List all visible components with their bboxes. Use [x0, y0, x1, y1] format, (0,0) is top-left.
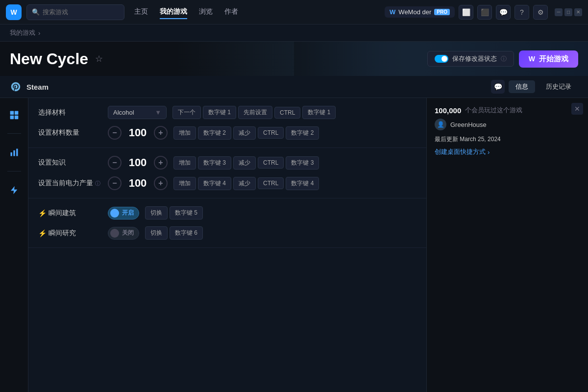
kb-numkey1-prev[interactable]: 数字键 1	[302, 106, 336, 119]
nav-my-games[interactable]: 我的游戏	[160, 5, 187, 19]
tab-history[interactable]: 历史记录	[539, 80, 578, 93]
breadcrumb-parent[interactable]: 我的游戏	[10, 28, 35, 37]
section-instant-inner: ⚡ 瞬间建筑 开启 切换 数字键 5 ⚡ 瞬	[28, 198, 426, 247]
profile-btn[interactable]: ⬜	[459, 5, 473, 20]
instant-research-toggle[interactable]: 关闭	[108, 227, 139, 240]
section-materials-inner: 选择材料 Alcohol ▼ 下一个 数字键 1 先前设置 CTRL 数字键 1	[28, 98, 426, 147]
tab-info[interactable]: 信息	[509, 80, 535, 93]
favorite-icon[interactable]: ☆	[95, 53, 103, 64]
sidebar-icon-stats[interactable]	[5, 144, 23, 161]
material-count-plus[interactable]: +	[154, 126, 168, 140]
search-input[interactable]	[43, 8, 111, 16]
cheat-row-material-count: 设置材料数量 − 100 + 增加 数字键 2 减少 CTRL 数字键 2	[38, 126, 416, 140]
left-sidebar	[0, 98, 28, 392]
kb-numkey5[interactable]: 数字键 5	[170, 206, 203, 220]
kb-numkey2-dec[interactable]: 数字键 2	[286, 126, 319, 140]
toggle-label-research: 关闭	[122, 229, 134, 237]
save-status-btn[interactable]: 保存修改器状态 ⓘ	[427, 51, 514, 67]
svg-rect-2	[10, 116, 14, 120]
kb-numkey3-inc[interactable]: 数字键 3	[198, 156, 231, 170]
close-panel-btn[interactable]: ✕	[571, 103, 583, 115]
platform-row: Steam 💬 信息 历史记录	[0, 76, 588, 98]
main-nav: 主页 我的游戏 浏览 作者	[134, 5, 238, 19]
win-maximize[interactable]: □	[564, 8, 572, 16]
chat-icon[interactable]: 💬	[491, 80, 505, 94]
stat-desc: 个会员玩过这个游戏	[465, 106, 522, 115]
kb-dec-power[interactable]: 减少	[233, 177, 256, 190]
material-dropdown[interactable]: Alcohol ▼	[108, 106, 167, 119]
section-knowledge: 设置知识 − 100 + 增加 数字键 3 减少 CTRL 数字键 3	[28, 148, 426, 198]
cheat-row-instant-build: ⚡ 瞬间建筑 开启 切换 数字键 5	[38, 206, 416, 220]
kb-ctrl-material[interactable]: CTRL	[258, 127, 284, 139]
nav-author[interactable]: 作者	[224, 5, 238, 19]
kb-numkey2-inc[interactable]: 数字键 2	[198, 126, 231, 140]
kb-toggle-build[interactable]: 切换	[145, 206, 168, 220]
hero: New Cycle ☆ 保存修改器状态 ⓘ W 开始游戏	[0, 42, 588, 76]
power-value: 100	[125, 177, 150, 190]
hero-actions: 保存修改器状态 ⓘ W 开始游戏	[427, 50, 578, 68]
instant-research-label: ⚡ 瞬间研究	[38, 229, 102, 238]
toggle-dot-build	[110, 209, 119, 218]
knowledge-plus[interactable]: +	[154, 156, 168, 170]
shortcut-link[interactable]: 创建桌面快捷方式 ›	[435, 147, 580, 156]
keybinds-knowledge: 增加 数字键 3 减少 CTRL 数字键 3	[173, 156, 319, 170]
kb-numkey1-next[interactable]: 数字键 1	[203, 106, 236, 119]
titlebar-right: W WeMod der PRO ⬜ ⬛ 💬 ? ⚙ ─ □ ✕	[385, 5, 582, 20]
power-info-icon[interactable]: ⓘ	[95, 180, 100, 187]
kb-ctrl-power[interactable]: CTRL	[258, 177, 284, 189]
material-count-label: 设置材料数量	[38, 128, 102, 137]
discord-btn[interactable]: 💬	[496, 5, 511, 20]
platform-tabs: 💬 信息 历史记录	[491, 80, 578, 94]
start-label: 开始游戏	[539, 54, 568, 64]
instant-build-toggle[interactable]: 开启	[108, 207, 139, 220]
lightning-icon-research: ⚡	[38, 229, 47, 237]
section-knowledge-inner: 设置知识 − 100 + 增加 数字键 3 减少 CTRL 数字键 3	[28, 148, 426, 198]
nav-home[interactable]: 主页	[134, 5, 148, 19]
dropdown-value: Alcohol	[113, 109, 134, 116]
kb-numkey4-dec[interactable]: 数字键 4	[286, 177, 319, 190]
svg-rect-3	[14, 116, 18, 120]
kb-ctrl-knowledge[interactable]: CTRL	[258, 157, 284, 169]
breadcrumb: 我的游戏 ›	[0, 24, 588, 42]
select-material-label: 选择材料	[38, 108, 102, 117]
shortcut-label: 创建桌面快捷方式	[435, 147, 486, 156]
kb-dec-knowledge[interactable]: 减少	[233, 156, 256, 170]
update-date: March 25, 2024	[460, 136, 500, 143]
kb-numkey6[interactable]: 数字键 6	[170, 226, 203, 240]
settings-btn[interactable]: ⚙	[533, 5, 548, 20]
kb-numkey4-inc[interactable]: 数字键 4	[198, 177, 231, 190]
keybinds-material-count: 增加 数字键 2 减少 CTRL 数字键 2	[173, 126, 319, 140]
chevron-down-icon: ▼	[155, 109, 161, 116]
kb-prev-setting[interactable]: 先前设置	[238, 106, 272, 119]
kb-toggle-research[interactable]: 切换	[145, 226, 168, 240]
knowledge-minus[interactable]: −	[108, 156, 122, 170]
win-minimize[interactable]: ─	[555, 8, 563, 16]
power-plus[interactable]: +	[154, 176, 168, 190]
info-icon: ⓘ	[501, 55, 507, 63]
search-box[interactable]: 🔍	[26, 4, 124, 20]
sidebar-icon-materials[interactable]	[5, 106, 23, 123]
kb-inc-power[interactable]: 增加	[173, 177, 196, 190]
stat-line: 100,000 个会员玩过这个游戏	[435, 106, 580, 115]
window-controls: ─ □ ✕	[555, 8, 582, 16]
kb-dec-material[interactable]: 减少	[233, 126, 256, 140]
material-count-minus[interactable]: −	[108, 126, 122, 140]
start-game-btn[interactable]: W 开始游戏	[519, 50, 578, 68]
win-close[interactable]: ✕	[574, 8, 582, 16]
kb-inc-knowledge[interactable]: 增加	[173, 156, 196, 170]
breadcrumb-sep: ›	[38, 29, 40, 37]
kb-next[interactable]: 下一个	[172, 106, 201, 119]
material-count-control: − 100 +	[108, 126, 168, 140]
sidebar-icon-instant[interactable]	[5, 181, 23, 199]
nav-browse[interactable]: 浏览	[199, 5, 213, 19]
kb-ctrl[interactable]: CTRL	[274, 107, 300, 119]
knowledge-control: − 100 +	[108, 156, 168, 170]
kb-inc-material[interactable]: 增加	[173, 126, 196, 140]
kb-numkey3-dec[interactable]: 数字键 3	[286, 156, 319, 170]
power-minus[interactable]: −	[108, 176, 122, 190]
knowledge-value: 100	[125, 156, 150, 169]
help-btn[interactable]: ?	[514, 5, 529, 20]
lightning-icon-build: ⚡	[38, 209, 47, 217]
minimize-btn[interactable]: ⬛	[477, 5, 492, 20]
user-icon: 👤	[435, 119, 446, 130]
